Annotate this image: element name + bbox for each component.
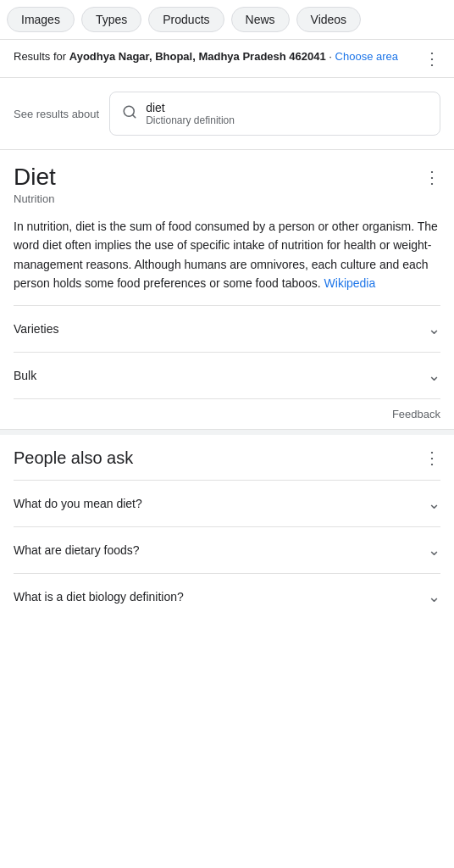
search-icon [122, 104, 137, 124]
tab-types[interactable]: Types [81, 7, 141, 32]
kp-accordion-varieties-label: Varieties [14, 322, 58, 336]
choose-area-link[interactable]: Choose area [335, 50, 398, 63]
tab-products[interactable]: Products [148, 7, 224, 32]
kp-accordion-bulk[interactable]: Bulk ⌄ [14, 353, 440, 399]
see-results-card-title: diet [146, 101, 235, 114]
paa-section: People also ask ⋮ What do you mean diet?… [0, 430, 454, 620]
chevron-down-icon: ⌄ [428, 587, 440, 606]
chevron-down-icon: ⌄ [428, 320, 440, 338]
tab-images[interactable]: Images [7, 7, 75, 32]
paa-question-1: What are dietary foods? [14, 543, 140, 557]
kp-subtitle: Nutrition [14, 192, 440, 205]
chevron-down-icon: ⌄ [428, 494, 440, 513]
see-results-card[interactable]: diet Dictionary definition [109, 92, 440, 136]
see-results-section: See results about diet Dictionary defini… [0, 78, 454, 150]
chevron-down-icon: ⌄ [428, 541, 440, 559]
paa-more-button[interactable]: ⋮ [413, 449, 440, 466]
see-results-card-subtitle: Dictionary definition [146, 114, 235, 126]
kp-description: In nutrition, diet is the sum of food co… [14, 217, 440, 293]
location-more-button[interactable]: ⋮ [413, 50, 440, 67]
svg-line-1 [133, 114, 136, 117]
location-text: Results for Ayodhya Nagar, Bhopal, Madhy… [14, 50, 413, 63]
kp-accordion-varieties[interactable]: Varieties ⌄ [14, 306, 440, 353]
see-results-card-content: diet Dictionary definition [146, 101, 235, 126]
wikipedia-link[interactable]: Wikipedia [324, 276, 376, 290]
knowledge-panel: Diet ⋮ Nutrition In nutrition, diet is t… [0, 150, 454, 430]
location-bar: Results for Ayodhya Nagar, Bhopal, Madhy… [0, 40, 454, 78]
location-separator: · [326, 50, 335, 63]
kp-title: Diet [14, 164, 56, 191]
results-for-prefix: Results for [14, 50, 69, 63]
paa-header: People also ask ⋮ [14, 448, 440, 468]
feedback-label: Feedback [392, 408, 440, 420]
kp-accordion-bulk-label: Bulk [14, 369, 36, 382]
paa-title: People also ask [14, 448, 133, 468]
paa-question-0: What do you mean diet? [14, 497, 142, 510]
paa-item-0[interactable]: What do you mean diet? ⌄ [14, 480, 440, 526]
tab-videos[interactable]: Videos [296, 7, 362, 32]
kp-header: Diet ⋮ [14, 164, 440, 191]
paa-item-2[interactable]: What is a diet biology definition? ⌄ [14, 573, 440, 620]
kp-more-button[interactable]: ⋮ [413, 169, 440, 186]
chevron-down-icon: ⌄ [428, 366, 440, 385]
location-place: Ayodhya Nagar, Bhopal, Madhya Pradesh 46… [69, 50, 326, 63]
paa-item-1[interactable]: What are dietary foods? ⌄ [14, 526, 440, 573]
nav-tabs: Images Types Products News Videos [0, 0, 454, 40]
paa-question-2: What is a diet biology definition? [14, 590, 184, 604]
feedback-button[interactable]: Feedback [14, 399, 440, 429]
see-results-label: See results about [14, 108, 99, 120]
tab-news[interactable]: News [231, 7, 290, 32]
